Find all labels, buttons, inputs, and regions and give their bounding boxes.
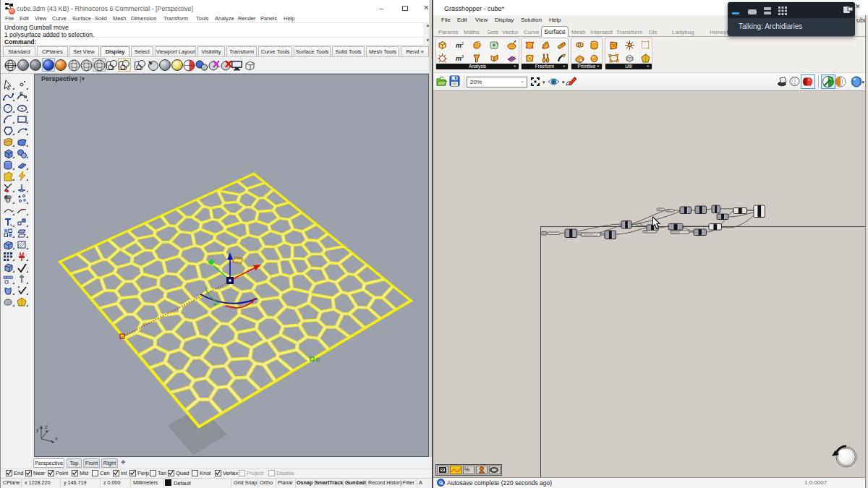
svg-text:D: D xyxy=(316,357,320,362)
svg-text:2: 2 xyxy=(461,41,464,46)
svg-text:x: x xyxy=(55,436,58,441)
svg-text:z: z xyxy=(45,424,48,429)
svg-text:y: y xyxy=(36,427,39,433)
svg-text:m: m xyxy=(456,55,461,62)
svg-text:m: m xyxy=(456,42,461,49)
svg-text:3: 3 xyxy=(461,54,464,59)
